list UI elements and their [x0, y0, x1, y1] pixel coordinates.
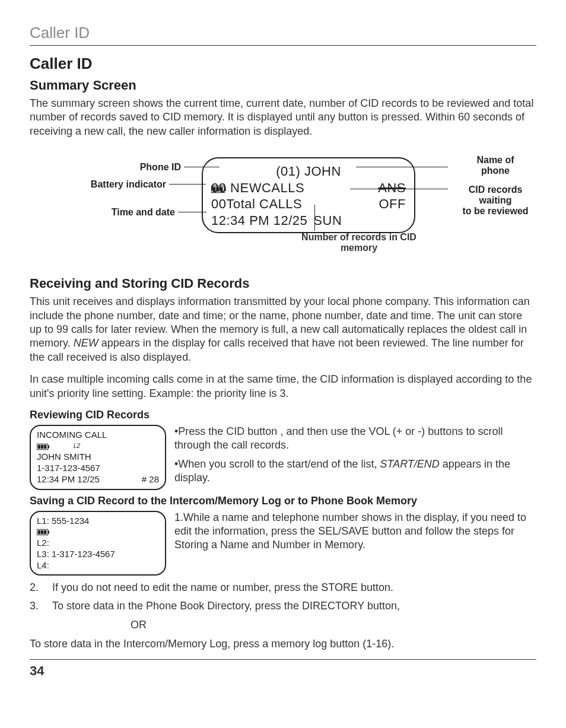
lcd-screen-reviewing: INCOMING CALL L2 JOHN SMITH 1-317-123-45… — [30, 425, 166, 490]
reviewing-heading: Reviewing CID Records — [30, 409, 536, 421]
svg-rect-4 — [220, 187, 222, 192]
reviewing-bullet2: •When you scroll to the start/end of the… — [174, 457, 536, 485]
lcd-line3-right: OFF — [379, 196, 406, 212]
rev-lcd-l5-right: # 28 — [142, 474, 159, 485]
saving-step1: 1.While a name and telephone number show… — [174, 511, 536, 576]
leader-num-records — [314, 205, 315, 231]
receiving-para1: This unit receives and displays informat… — [30, 295, 536, 364]
label-name-of-phone-l2: phone — [481, 166, 510, 176]
svg-rect-6 — [48, 445, 49, 448]
receiving-heading: Receiving and Storing CID Records — [30, 276, 536, 291]
page-title: Caller ID — [30, 55, 536, 73]
rev-lcd-l4: 1-317-123-4567 — [37, 463, 159, 474]
lcd-line1: (01) JOHN — [276, 163, 341, 180]
section-header: Caller ID — [30, 24, 536, 42]
label-cid-l1: CID records — [469, 185, 523, 195]
summary-heading: Summary Screen — [30, 78, 536, 93]
svg-rect-13 — [41, 530, 43, 535]
step2-text: If you do not need to edit the name or n… — [52, 580, 393, 595]
saving-steps-list: 2. If you do not need to edit the name o… — [30, 580, 536, 613]
label-name-of-phone-l1: Name of — [476, 155, 514, 165]
rev-b2-italic: START/END — [380, 458, 439, 470]
saving-heading: Saving a CID Record to the Intercom/Memo… — [30, 495, 536, 507]
label-time-date: Time and date — [74, 207, 175, 218]
reviewing-bullet1: •Press the CID button , and then use the… — [174, 425, 536, 453]
leader-battery — [169, 184, 206, 185]
reviewing-bullets: •Press the CID button , and then use the… — [174, 425, 536, 490]
svg-rect-1 — [224, 187, 226, 191]
svg-rect-7 — [38, 444, 40, 449]
sav-lcd-l3: L3: 1-317-123-4567 — [37, 549, 159, 560]
caption-num-l2: memory — [341, 243, 377, 253]
header-rule — [30, 45, 536, 46]
svg-rect-3 — [216, 187, 219, 192]
sav-lcd-l4: L4: — [37, 560, 159, 571]
rev-lcd-l3: JOHN SMITH — [37, 452, 159, 463]
label-phone-id: Phone ID — [80, 162, 181, 173]
caption-num-l1: Number of records in CID — [301, 232, 416, 242]
svg-rect-11 — [48, 531, 49, 534]
label-cid-l3: to be reviewed — [462, 206, 528, 216]
or-text: OR — [131, 619, 536, 631]
rev-lcd-l5-left: 12:34 PM 12/25 — [37, 474, 100, 485]
sav-lcd-l1: L1: 555-1234 — [37, 516, 159, 527]
rev-lcd-l1: INCOMING CALL — [37, 430, 159, 441]
lcd-screen-saving: L1: 555-1234 L2: L3: 1-317-123-4567 L4: — [30, 511, 166, 576]
svg-rect-8 — [41, 444, 43, 449]
footer-rule — [30, 659, 536, 660]
lcd-screen-main: (01) JOHN 00 NEWCALLS ANS 00Total CALLS … — [202, 157, 415, 233]
page-number: 34 — [30, 663, 536, 679]
caption-num-records: Number of records in CID memory — [294, 232, 424, 253]
summary-diagram: Phone ID Battery indicator Time and date… — [30, 147, 536, 265]
receiving-para2: In case multiple incoming calls come in … — [30, 373, 536, 400]
battery-icon — [211, 181, 227, 198]
lcd-line4-right: SUN — [313, 212, 342, 229]
battery-icon-small-2 — [37, 526, 50, 536]
label-name-of-phone: Name of phone — [445, 155, 546, 176]
svg-rect-12 — [38, 530, 40, 535]
saving-final: To store data in the Intercom/Memory Log… — [30, 637, 536, 651]
label-cid-l2: waiting — [479, 195, 511, 205]
lcd-line2-right: ANS — [378, 180, 406, 196]
receiving-para1-post: appears in the display for calls receive… — [30, 337, 524, 363]
step3-num: 3. — [30, 599, 44, 613]
lcd-line3-left: 00Total CALLS — [211, 196, 302, 212]
sav-lcd-l2: L2: — [37, 538, 159, 549]
receiving-new-italic: NEW — [74, 337, 98, 349]
rev-lcd-l2sub: L2 — [74, 443, 80, 450]
label-cid-records: CID records waiting to be reviewed — [445, 185, 546, 217]
label-battery: Battery indicator — [65, 179, 166, 190]
summary-para: The summary screen shows the current tim… — [30, 97, 536, 138]
svg-rect-14 — [44, 530, 46, 535]
svg-rect-9 — [44, 444, 46, 449]
step3-text: To store data in the Phone Book Director… — [52, 599, 400, 613]
step2-num: 2. — [30, 580, 44, 595]
svg-rect-2 — [212, 187, 215, 192]
rev-b2-pre: •When you scroll to the start/end of the… — [174, 458, 380, 470]
battery-icon-small — [37, 441, 50, 452]
lcd-line4-left: 12:34 PM 12/25 — [211, 212, 307, 229]
